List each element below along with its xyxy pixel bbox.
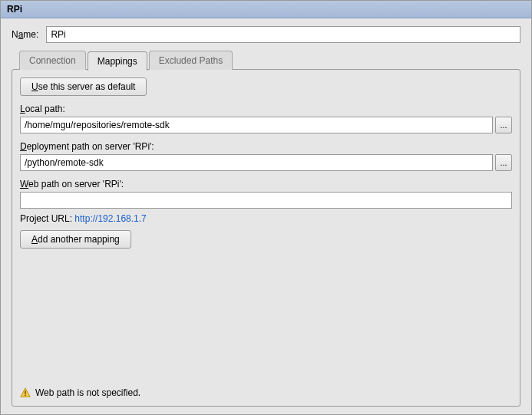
- content-area: Name: Connection Mappings Excluded Paths…: [1, 18, 531, 414]
- name-label: Name:: [12, 29, 38, 40]
- ellipsis-icon: ...: [500, 158, 507, 167]
- deployment-config-window: RPi Name: Connection Mappings Excluded P…: [0, 0, 532, 415]
- warning-text: Web path is not specified.: [35, 387, 140, 398]
- deployment-path-browse-button[interactable]: ...: [495, 154, 512, 171]
- svg-rect-0: [25, 390, 25, 394]
- window-title: RPi: [7, 4, 22, 15]
- warning-row: Web path is not specified.: [20, 387, 512, 398]
- add-another-mapping-button[interactable]: Add another mapping: [20, 230, 131, 249]
- local-path-input[interactable]: [20, 117, 493, 133]
- web-path-group: Web path on server 'RPi':: [20, 179, 512, 209]
- warning-icon: [20, 387, 31, 398]
- tab-excluded-paths[interactable]: Excluded Paths: [149, 51, 233, 70]
- titlebar: RPi: [1, 1, 531, 18]
- local-path-browse-button[interactable]: ...: [495, 117, 512, 133]
- project-url-row: Project URL: http://192.168.1.7: [20, 213, 512, 224]
- ellipsis-icon: ...: [500, 120, 507, 130]
- svg-rect-1: [25, 395, 25, 396]
- tab-mappings[interactable]: Mappings: [88, 51, 147, 71]
- mappings-panel: Use this server as default Local path: .…: [12, 69, 520, 407]
- tab-connection[interactable]: Connection: [19, 51, 86, 70]
- project-url-link[interactable]: http://192.168.1.7: [74, 213, 146, 224]
- web-path-label: Web path on server 'RPi':: [20, 179, 512, 189]
- name-row: Name:: [12, 26, 520, 43]
- local-path-group: Local path: ...: [20, 104, 512, 133]
- web-path-input[interactable]: [20, 192, 512, 209]
- deployment-path-input[interactable]: [20, 154, 493, 171]
- local-path-label: Local path:: [20, 104, 512, 114]
- deployment-path-group: Deployment path on server 'RPi': ...: [20, 141, 512, 171]
- tabs: Connection Mappings Excluded Paths: [12, 51, 520, 70]
- use-as-default-button[interactable]: Use this server as default: [20, 77, 147, 96]
- project-url-label: Project URL:: [20, 213, 74, 224]
- deployment-path-label: Deployment path on server 'RPi':: [20, 141, 512, 152]
- name-input[interactable]: [46, 26, 520, 43]
